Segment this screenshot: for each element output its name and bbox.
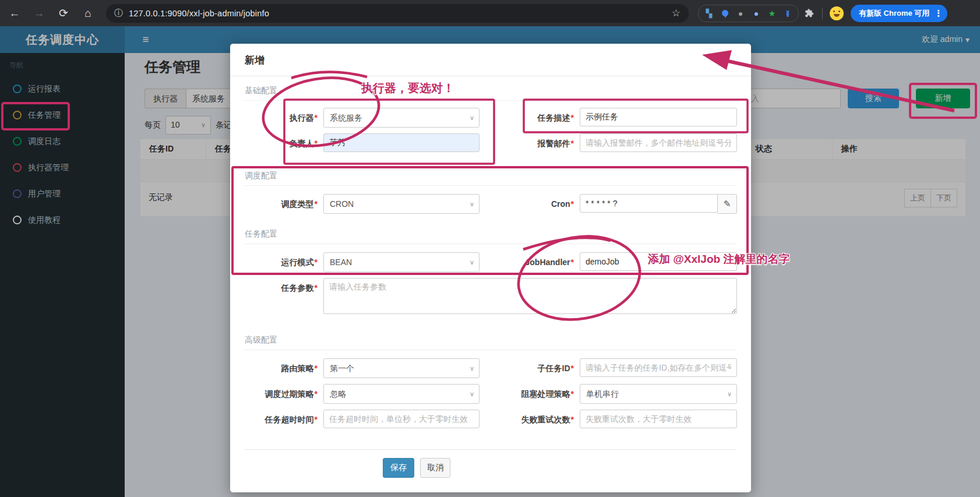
section-schedule-config: 调度配置: [245, 171, 736, 186]
ext-green-star-icon[interactable]: ★: [767, 9, 777, 18]
chevron-down-icon: ∨: [470, 195, 474, 213]
required-asterisk: *: [315, 199, 318, 209]
job-desc-label: 任务描述*: [485, 108, 574, 128]
chrome-update-label: 有新版 Chrome 可用: [859, 8, 929, 19]
forward-icon[interactable]: →: [29, 3, 49, 23]
job-handler-input[interactable]: [580, 252, 737, 271]
route-strategy-label: 路由策略*: [245, 358, 318, 378]
section-task-config: 任务配置: [245, 229, 736, 244]
required-asterisk: *: [315, 258, 318, 267]
misfire-strategy-value: 忽略: [330, 389, 346, 399]
ext-squares-icon[interactable]: ▚: [704, 9, 714, 18]
browser-toolbar: ← → ⟳ ⌂ ⓘ 127.0.0.1:9090/xxl-job-admin/j…: [0, 0, 980, 26]
section-base-config: 基础配置: [245, 86, 736, 101]
extensions-puzzle-icon[interactable]: [805, 9, 814, 18]
cron-input[interactable]: [580, 194, 718, 213]
child-job-label: 子任务ID*: [485, 358, 574, 378]
pencil-icon: ✎: [724, 199, 731, 209]
author-input[interactable]: [323, 133, 480, 152]
cron-label: Cron*: [485, 194, 574, 214]
timeout-label: 任务超时时间*: [245, 410, 318, 429]
alarm-email-label: 报警邮件*: [485, 133, 574, 153]
route-strategy-value: 第一个: [330, 364, 354, 373]
required-asterisk: *: [571, 389, 574, 399]
executor-label: 执行器*: [245, 108, 318, 128]
required-asterisk: *: [571, 199, 574, 209]
chrome-menu-icon[interactable]: ⋮: [934, 8, 943, 19]
chevron-down-icon: ∨: [470, 385, 474, 403]
bookmark-star-icon[interactable]: ☆: [672, 7, 681, 19]
required-asterisk: *: [571, 139, 574, 148]
fail-retry-label: 失败重试次数*: [485, 410, 574, 429]
toolbar-separator: [822, 8, 823, 19]
chevron-down-icon: ∨: [727, 385, 732, 403]
section-advanced-config: 高级配置: [245, 335, 736, 350]
required-asterisk: *: [315, 415, 318, 424]
block-strategy-select[interactable]: 单机串行 ∨: [580, 384, 737, 404]
required-asterisk: *: [571, 113, 574, 122]
fail-retry-input[interactable]: [580, 410, 737, 428]
ext-balloon-icon[interactable]: [720, 9, 729, 18]
route-strategy-select[interactable]: 第一个 ∨: [323, 358, 480, 378]
required-asterisk: *: [315, 283, 318, 292]
misfire-strategy-select[interactable]: 忽略 ∨: [323, 384, 480, 404]
required-asterisk: *: [571, 415, 574, 424]
schedule-type-select[interactable]: CRON ∨: [323, 194, 480, 214]
chevron-down-icon: ∨: [470, 108, 474, 127]
ext-gray-circle-icon[interactable]: ●: [736, 9, 745, 18]
schedule-type-label: 调度类型*: [245, 194, 318, 214]
executor-value: 系统服务: [330, 113, 362, 122]
required-asterisk: *: [571, 364, 574, 373]
cancel-button[interactable]: 取消: [420, 458, 450, 478]
reload-icon[interactable]: ⟳: [54, 3, 73, 23]
author-label: 负责人*: [245, 133, 318, 153]
chevron-down-icon: ∨: [470, 359, 474, 378]
block-strategy-value: 单机串行: [586, 389, 619, 399]
misfire-strategy-label: 调度过期策略*: [245, 384, 318, 404]
job-param-textarea[interactable]: [323, 278, 737, 314]
modal-title: 新增: [230, 44, 751, 76]
job-desc-input[interactable]: [580, 108, 737, 126]
run-mode-value: BEAN: [330, 258, 352, 267]
url-text[interactable]: 127.0.0.1:9090/xxl-job-admin/jobinfo: [129, 9, 672, 18]
block-strategy-label: 阻塞处理策略*: [485, 384, 574, 404]
required-asterisk: *: [315, 389, 318, 399]
alarm-email-input[interactable]: [580, 133, 737, 152]
chevron-down-icon: ∨: [470, 253, 474, 272]
job-param-label: 任务参数*: [245, 278, 318, 314]
child-job-input[interactable]: [580, 358, 737, 377]
run-mode-label: 运行模式*: [245, 252, 318, 272]
site-info-icon[interactable]: ⓘ: [114, 8, 123, 19]
profile-avatar[interactable]: [830, 6, 844, 20]
chrome-update-button[interactable]: 有新版 Chrome 可用 ⋮: [851, 5, 947, 22]
required-asterisk: *: [315, 139, 318, 148]
timeout-input[interactable]: [323, 410, 480, 428]
address-bar[interactable]: ⓘ 127.0.0.1:9090/xxl-job-admin/jobinfo ☆: [106, 4, 689, 23]
schedule-type-value: CRON: [330, 199, 354, 209]
job-handler-label: JobHandler*: [485, 252, 574, 272]
run-mode-select[interactable]: BEAN ∨: [323, 252, 480, 272]
cron-edit-button[interactable]: ✎: [718, 194, 737, 214]
required-asterisk: *: [571, 258, 574, 267]
executor-select[interactable]: 系统服务 ∨: [323, 108, 480, 128]
modal-footer: 保存 取消: [245, 449, 736, 478]
save-button[interactable]: 保存: [383, 458, 414, 478]
back-icon[interactable]: ←: [5, 3, 24, 23]
required-asterisk: *: [315, 113, 318, 122]
ext-blue-circle-icon[interactable]: ●: [752, 9, 761, 18]
required-asterisk: *: [315, 364, 318, 373]
screen: ← → ⟳ ⌂ ⓘ 127.0.0.1:9090/xxl-job-admin/j…: [0, 0, 980, 497]
ext-chevrons-icon[interactable]: ∨∨: [783, 9, 792, 18]
add-job-modal: 新增 基础配置 执行器* 系统服务 ∨ 任务描述* 负责人* 报警邮件* 调度配…: [230, 44, 751, 492]
extensions-group: ▚ ● ● ★ ∨∨: [698, 5, 799, 22]
home-icon[interactable]: ⌂: [78, 3, 98, 23]
